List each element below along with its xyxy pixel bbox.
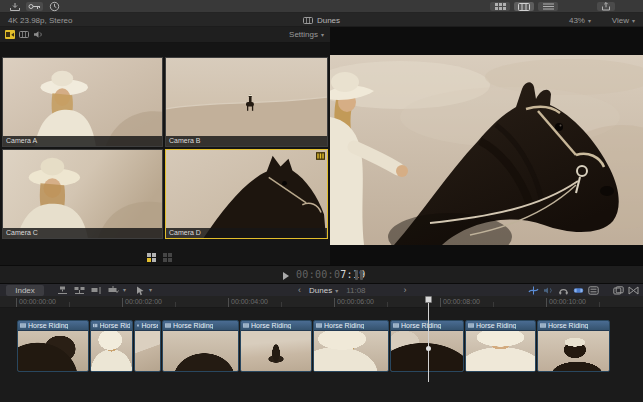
switch-audio-icon (33, 30, 43, 39)
active-video-angle-badge (316, 152, 325, 160)
timeline-clip[interactable]: Horse Riding (313, 320, 389, 372)
ruler-timecode-label: 00:00:08:00 (443, 298, 480, 305)
project-filmstrip-icon (303, 17, 313, 24)
ruler-timecode-label: 00:00:04:00 (231, 298, 268, 305)
angle-settings-menu[interactable]: Settings (289, 30, 324, 39)
angle-label: Camera B (166, 136, 327, 146)
info-bar: 4K 23.98p, Stereo Dunes 43% View (0, 13, 643, 27)
timeline-ruler[interactable]: 00:00:00:00 00:00:02:00 00:00:04:00 00:0… (0, 296, 643, 308)
timeline-clip-area: Horse Riding Horse Riding (0, 308, 643, 402)
audio-skimming-icon[interactable] (543, 286, 554, 295)
next-project-chevron-icon[interactable]: › (404, 286, 407, 295)
clip-title-bar: Horse Riding (163, 321, 238, 331)
angle-label: Camera A (3, 136, 162, 146)
clip-appearance-icon[interactable] (588, 286, 599, 295)
angle-camera-a[interactable]: Camera A (2, 57, 163, 147)
ruler-timecode-label: 00:00:10:00 (549, 298, 586, 305)
angle-viewer-controls: Settings (0, 27, 330, 43)
timeline-clip[interactable]: Horse Riding (90, 320, 133, 372)
clip-filmstrip-icon (316, 323, 322, 328)
camera-c-thumbnail (3, 150, 162, 238)
clip-filmstrip-icon (243, 323, 249, 328)
browser-filmstrip-view-button[interactable] (514, 2, 534, 11)
clip-title-bar: Horse Riding (314, 321, 388, 331)
filmstrip-view-icon (518, 3, 530, 11)
ruler-timecode-label: 00:00:06:00 (337, 298, 374, 305)
angle-grid-size-buttons (146, 252, 173, 263)
timeline-clip[interactable]: Horse Riding (465, 320, 536, 372)
audio-meters-button[interactable] (355, 270, 363, 280)
clip-thumbnail (538, 331, 609, 371)
timeline-clip[interactable]: Horse Riding (162, 320, 239, 372)
project-title-text: Dunes (317, 16, 340, 25)
clip-thumbnail (91, 331, 132, 371)
camera-b-thumbnail (166, 58, 327, 146)
previous-project-chevron-icon[interactable]: ‹ (298, 286, 301, 295)
timeline-project-menu[interactable]: Dunes (309, 286, 338, 295)
transitions-browser-icon[interactable] (628, 286, 639, 295)
playhead[interactable] (428, 296, 429, 382)
main-toolbar (0, 0, 643, 13)
timeline-clip[interactable]: Horse Riding (240, 320, 312, 372)
clip-title: Horse Riding (28, 322, 68, 329)
share-icon (601, 2, 611, 11)
switch-audio-only-button[interactable] (33, 30, 43, 41)
tool-select-icon[interactable] (136, 286, 145, 296)
angle-camera-d[interactable]: Camera D (165, 149, 328, 239)
share-button[interactable] (597, 2, 615, 11)
clip-filmstrip-icon (468, 323, 474, 328)
angle-grid-4-icon[interactable] (146, 252, 157, 263)
angle-grid-16-icon[interactable] (162, 252, 173, 263)
append-edit-icon[interactable] (91, 286, 102, 295)
clip-title: Horse Riding (324, 322, 364, 329)
clip-title-bar: Horse Riding (135, 321, 160, 331)
clip-title: Horse Riding (100, 322, 130, 329)
active-video-angle-icon (316, 152, 325, 160)
viewer-zoom-menu[interactable]: 43% (569, 16, 591, 25)
tool-menu-caret[interactable] (146, 285, 152, 294)
clip-filmstrip-icon (393, 323, 399, 328)
edit-options-caret[interactable] (120, 285, 126, 294)
keyword-editor-button[interactable] (26, 2, 43, 11)
import-media-button[interactable] (8, 2, 22, 11)
background-tasks-button[interactable] (48, 2, 60, 11)
playhead-handle[interactable] (425, 296, 432, 303)
browser-grid-view-button[interactable] (490, 2, 510, 11)
clip-title-bar: Horse Riding (18, 321, 88, 331)
clip-title: Horse Riding (141, 322, 158, 329)
solo-icon[interactable] (558, 286, 569, 295)
timeline-toolbar: Index ‹ Dunes 11:08 › (0, 283, 643, 296)
angle-label: Camera C (3, 228, 162, 238)
skimming-icon[interactable] (528, 286, 539, 295)
clip-title-bar: Horse Riding (538, 321, 609, 331)
switch-video-only-button[interactable] (19, 30, 29, 41)
timeline-clip[interactable]: Horse Riding (537, 320, 610, 372)
angle-camera-c[interactable]: Camera C (2, 149, 163, 239)
timeline-index-button[interactable]: Index (6, 285, 44, 296)
transport-bar: 00:00:07:19 (0, 265, 643, 283)
ruler-timecode-label: 00:00:02:00 (125, 298, 162, 305)
snapping-icon[interactable] (573, 286, 584, 295)
clip-filmstrip-icon (540, 323, 546, 328)
clip-filmstrip-icon (165, 323, 171, 328)
play-icon[interactable] (283, 272, 289, 280)
insert-edit-icon[interactable] (74, 286, 85, 295)
timeline-clip[interactable]: Horse Riding (17, 320, 89, 372)
angle-viewer: Settings Camera A (0, 27, 330, 265)
clip-thumbnail (466, 331, 535, 371)
browser-list-view-button[interactable] (538, 2, 558, 11)
timeline-clip[interactable]: Horse Riding (134, 320, 161, 372)
overwrite-edit-icon[interactable] (108, 286, 119, 295)
clip-title: Horse Riding (173, 322, 213, 329)
effects-browser-icon[interactable] (613, 286, 624, 295)
playhead-skimmer-dot (426, 346, 431, 351)
clip-thumbnail (314, 331, 388, 371)
switch-video-audio-button[interactable] (5, 30, 15, 39)
clip-filmstrip-icon (137, 323, 139, 328)
clip-title: Horse Riding (401, 322, 441, 329)
background-tasks-icon (49, 1, 60, 12)
viewer-view-menu[interactable]: View (612, 16, 635, 25)
connect-edit-icon[interactable] (57, 286, 68, 295)
angle-camera-b[interactable]: Camera B (165, 57, 328, 147)
clip-thumbnail (163, 331, 238, 371)
